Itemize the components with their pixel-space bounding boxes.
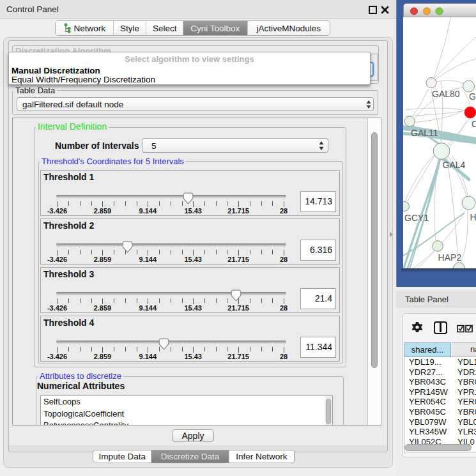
svg-text:HAP2: HAP2 [438, 252, 462, 263]
svg-text:GAL80: GAL80 [432, 89, 460, 99]
svg-text:GCY1: GCY1 [404, 213, 429, 223]
svg-text:GAL11: GAL11 [411, 128, 438, 138]
svg-text:C: C [472, 119, 476, 129]
svg-text:HI: HI [470, 212, 476, 222]
svg-text:GAL4: GAL4 [443, 160, 466, 170]
svg-text:GAL3: GAL3 [469, 91, 476, 102]
